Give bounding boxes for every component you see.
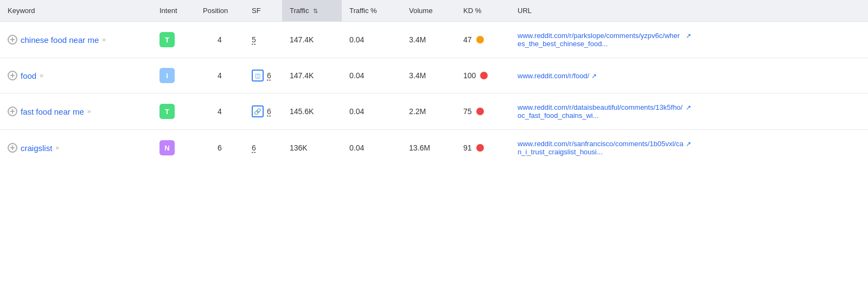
traffic-pct-value: 0.04 [349, 107, 364, 116]
traffic-pct-cell-3: 0.04 [342, 130, 401, 166]
volume-cell-0: 3.4M [401, 22, 456, 58]
keyword-cell-0: + chinese food near me » [0, 22, 152, 58]
traffic-value: 147.4K [290, 35, 314, 44]
table-header-row: Keyword Intent Position SF Traffic ⇅ Tra… [0, 0, 868, 22]
sf-value: 6 [267, 107, 271, 116]
external-link-icon: ↗ [686, 104, 691, 111]
volume-value: 2.2M [409, 107, 426, 116]
kd-cell-3: 91 [456, 130, 510, 166]
traffic-cell-2: 145.6K [282, 93, 342, 130]
traffic-value: 136K [290, 143, 308, 152]
kd-dot [476, 108, 484, 115]
table-row: + craigslist » N66136K0.0413.6M91www.red… [0, 130, 868, 166]
table-body: + chinese food near me » T45147.4K0.043.… [0, 22, 868, 166]
intent-cell-2: T [152, 93, 195, 130]
traffic-cell-3: 136K [282, 130, 342, 166]
col-header-volume: Volume [401, 0, 456, 22]
col-header-keyword: Keyword [0, 0, 152, 22]
traffic-cell-1: 147.4K [282, 58, 342, 93]
sort-icon: ⇅ [313, 8, 318, 15]
intent-cell-3: N [152, 130, 195, 166]
add-keyword-icon[interactable]: + [8, 35, 17, 45]
col-header-traffic[interactable]: Traffic ⇅ [282, 0, 342, 22]
expand-icon: » [40, 72, 43, 79]
intent-badge: N [159, 140, 175, 155]
external-link-icon: ↗ [686, 32, 691, 40]
url-cell-3: www.reddit.com/r/sanfrancisco/comments/1… [510, 130, 868, 166]
volume-cell-3: 13.6M [401, 130, 456, 166]
intent-badge: T [159, 32, 175, 47]
position-cell-1: 4 [195, 58, 244, 93]
sf-value: 5 [252, 35, 256, 44]
volume-value: 3.4M [409, 35, 426, 44]
position-cell-3: 6 [195, 130, 244, 166]
position-value: 4 [218, 107, 222, 116]
position-value: 4 [218, 35, 222, 44]
sf-value: 6 [252, 143, 256, 152]
kd-cell-1: 100 [456, 58, 510, 93]
traffic-cell-0: 147.4K [282, 22, 342, 58]
link-icon: 🔗 [252, 105, 264, 117]
volume-value: 3.4M [409, 71, 426, 80]
url-link[interactable]: www.reddit.com/r/dataisbeautiful/comment… [518, 103, 684, 120]
url-link[interactable]: www.reddit.com/r/parkslope/comments/yzpv… [518, 32, 684, 48]
sf-value: 6 [267, 71, 271, 80]
kd-dot [476, 144, 484, 152]
image-icon: ◫ [252, 70, 264, 82]
keyword-link[interactable]: fast food near me [21, 107, 84, 116]
kd-value: 75 [463, 107, 472, 116]
keyword-link[interactable]: food [21, 71, 36, 80]
col-header-sf: SF [244, 0, 282, 22]
position-value: 4 [218, 71, 222, 80]
expand-icon: » [102, 36, 106, 43]
keyword-link[interactable]: chinese food near me [21, 35, 99, 45]
position-cell-0: 4 [195, 22, 244, 58]
kd-cell-2: 75 [456, 93, 510, 130]
add-keyword-icon[interactable]: + [8, 71, 17, 80]
traffic-pct-value: 0.04 [349, 71, 364, 80]
sf-cell-3: 6 [244, 130, 282, 166]
col-header-position: Position [195, 0, 244, 22]
sf-cell-2: 🔗6 [244, 93, 282, 130]
external-link-icon: ↗ [686, 140, 691, 148]
table-row: + fast food near me » T4🔗6145.6K0.042.2M… [0, 93, 868, 130]
kd-dot [476, 36, 484, 43]
expand-icon: » [87, 108, 91, 115]
traffic-pct-value: 0.04 [349, 143, 364, 152]
add-keyword-icon[interactable]: + [8, 107, 17, 116]
traffic-pct-cell-0: 0.04 [342, 22, 401, 58]
table-row: + chinese food near me » T45147.4K0.043.… [0, 22, 868, 58]
expand-icon: » [55, 144, 59, 152]
col-header-url: URL [510, 0, 868, 22]
keyword-cell-3: + craigslist » [0, 130, 152, 166]
traffic-value: 145.6K [290, 107, 314, 116]
table-row: + food » I4◫6147.4K0.043.4M100www.reddit… [0, 58, 868, 93]
sf-cell-0: 5 [244, 22, 282, 58]
add-keyword-icon[interactable]: + [8, 143, 17, 153]
intent-cell-0: T [152, 22, 195, 58]
kd-dot [480, 72, 488, 79]
kd-value: 47 [463, 35, 472, 44]
volume-cell-1: 3.4M [401, 58, 456, 93]
main-table-container: Keyword Intent Position SF Traffic ⇅ Tra… [0, 0, 868, 166]
kd-value: 100 [463, 71, 476, 80]
keyword-link[interactable]: craigslist [21, 143, 52, 153]
kd-value: 91 [463, 143, 472, 152]
traffic-value: 147.4K [290, 71, 314, 80]
position-cell-2: 4 [195, 93, 244, 130]
traffic-pct-value: 0.04 [349, 35, 364, 44]
kd-cell-0: 47 [456, 22, 510, 58]
keyword-cell-1: + food » [0, 58, 152, 93]
position-value: 6 [218, 143, 222, 152]
col-header-kd: KD % [456, 0, 510, 22]
volume-cell-2: 2.2M [401, 93, 456, 130]
volume-value: 13.6M [409, 143, 430, 152]
intent-badge: T [159, 104, 175, 119]
url-link[interactable]: www.reddit.com/r/food/ [518, 72, 589, 80]
keyword-table: Keyword Intent Position SF Traffic ⇅ Tra… [0, 0, 868, 166]
intent-cell-1: I [152, 58, 195, 93]
url-cell-2: www.reddit.com/r/dataisbeautiful/comment… [510, 93, 868, 130]
url-link[interactable]: www.reddit.com/r/sanfrancisco/comments/1… [518, 140, 684, 156]
col-header-intent: Intent [152, 0, 195, 22]
col-header-traffic-pct: Traffic % [342, 0, 401, 22]
